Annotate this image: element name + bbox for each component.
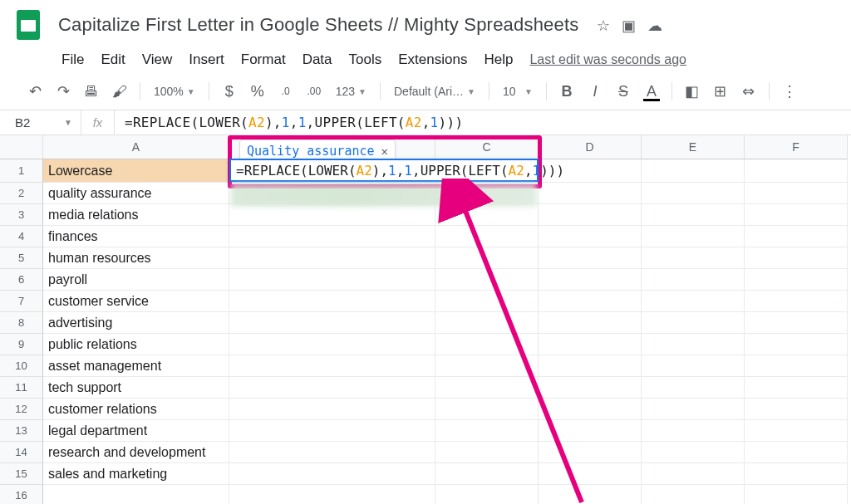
cell-C7[interactable] <box>435 291 539 312</box>
autocomplete-suggestion[interactable] <box>231 183 537 207</box>
cell-C10[interactable] <box>435 355 539 377</box>
last-edit-link[interactable]: Last edit was seconds ago <box>529 52 686 67</box>
italic-button[interactable]: I <box>583 80 607 103</box>
cell-D6[interactable] <box>539 269 642 291</box>
cell-C8[interactable] <box>435 312 539 334</box>
menu-view[interactable]: View <box>135 48 180 71</box>
cell-A2[interactable]: quality assurance <box>43 183 229 204</box>
cell-A12[interactable]: customer relations <box>43 399 229 420</box>
cell-E14[interactable] <box>642 442 745 463</box>
row-header[interactable]: 12 <box>0 399 43 420</box>
cell-F9[interactable] <box>745 334 848 355</box>
cell-F2[interactable] <box>745 183 848 204</box>
cell-B13[interactable] <box>229 420 435 442</box>
cell-F5[interactable] <box>745 247 848 269</box>
star-icon[interactable]: ☆ <box>597 17 610 35</box>
cell-F14[interactable] <box>745 442 848 463</box>
row-header[interactable]: 1 <box>0 159 43 183</box>
cell-E7[interactable] <box>642 291 745 312</box>
menu-extensions[interactable]: Extensions <box>391 48 474 71</box>
cell-E12[interactable] <box>642 399 745 420</box>
cell-A6[interactable]: payroll <box>43 269 229 291</box>
print-button[interactable]: 🖶 <box>80 80 103 103</box>
row-header[interactable]: 8 <box>0 312 43 334</box>
cell-F10[interactable] <box>745 355 848 377</box>
cell-E16[interactable] <box>642 485 745 504</box>
cell-editor[interactable]: =REPLACE(LOWER(A2),1,1,UPPER(LEFT(A2,1))… <box>229 159 539 182</box>
cell-A11[interactable]: tech support <box>43 377 229 399</box>
cell-A8[interactable]: advertising <box>43 312 229 334</box>
close-icon[interactable]: ✕ <box>381 144 388 158</box>
cell-E10[interactable] <box>642 355 745 377</box>
cell-B12[interactable] <box>229 399 435 420</box>
row-header[interactable]: 4 <box>0 226 43 247</box>
row-header[interactable]: 5 <box>0 247 43 269</box>
cell-A16[interactable] <box>43 485 229 504</box>
cell-B11[interactable] <box>229 377 435 399</box>
formula-input[interactable]: =REPLACE(LOWER(A2),1,1,UPPER(LEFT(A2,1))… <box>115 110 851 135</box>
cell-C14[interactable] <box>435 442 539 463</box>
increase-decimal-button[interactable]: .00 <box>303 80 326 103</box>
menu-data[interactable]: Data <box>296 48 339 71</box>
cell-B7[interactable] <box>229 291 435 312</box>
cell-F1[interactable] <box>745 159 848 183</box>
cell-F16[interactable] <box>745 485 848 504</box>
col-header-D[interactable]: D <box>539 135 642 159</box>
row-header[interactable]: 3 <box>0 204 43 226</box>
cell-D12[interactable] <box>539 399 642 420</box>
row-header[interactable]: 13 <box>0 420 43 442</box>
merge-button[interactable]: ⇔ <box>737 80 760 103</box>
cell-E13[interactable] <box>642 420 745 442</box>
menu-help[interactable]: Help <box>477 48 519 71</box>
undo-button[interactable]: ↶ <box>23 80 47 103</box>
move-icon[interactable]: ▣ <box>622 17 636 35</box>
decrease-decimal-button[interactable]: .0 <box>274 80 298 103</box>
cell-D14[interactable] <box>539 442 642 463</box>
cell-D7[interactable] <box>539 291 642 312</box>
cell-A13[interactable]: legal department <box>43 420 229 442</box>
cell-A14[interactable]: research and development <box>43 442 229 463</box>
strikethrough-button[interactable]: S <box>612 80 635 103</box>
cell-C3[interactable] <box>435 204 539 226</box>
cell-C4[interactable] <box>435 226 539 247</box>
cell-C6[interactable] <box>435 269 539 291</box>
cell-B4[interactable] <box>229 226 435 247</box>
percent-button[interactable]: % <box>246 80 269 103</box>
cell-C12[interactable] <box>435 399 539 420</box>
cell-A1[interactable]: Lowercase <box>43 159 229 183</box>
cell-F6[interactable] <box>745 269 848 291</box>
cell-D9[interactable] <box>539 334 642 355</box>
cell-A7[interactable]: customer service <box>43 291 229 312</box>
row-header[interactable]: 11 <box>0 377 43 399</box>
cell-D5[interactable] <box>539 247 642 269</box>
cell-D11[interactable] <box>539 377 642 399</box>
select-all-corner[interactable] <box>0 135 43 159</box>
cell-D4[interactable] <box>539 226 642 247</box>
cell-E5[interactable] <box>642 247 745 269</box>
more-button[interactable]: ⋮ <box>778 80 801 103</box>
cell-F8[interactable] <box>745 312 848 334</box>
row-header[interactable]: 9 <box>0 334 43 355</box>
number-format-select[interactable]: 123▼ <box>331 80 371 103</box>
cell-F4[interactable] <box>745 226 848 247</box>
borders-button[interactable]: ⊞ <box>709 80 732 103</box>
cell-C5[interactable] <box>435 247 539 269</box>
cell-E1[interactable] <box>642 159 745 183</box>
font-family-select[interactable]: Default (Ari…▼ <box>389 80 480 103</box>
cell-E3[interactable] <box>642 204 745 226</box>
cell-E6[interactable] <box>642 269 745 291</box>
cell-E15[interactable] <box>642 463 745 485</box>
text-color-button[interactable]: A <box>640 80 663 103</box>
font-size-select[interactable]: 10▼ <box>498 80 538 103</box>
redo-button[interactable]: ↷ <box>52 80 75 103</box>
cloud-icon[interactable]: ☁ <box>647 17 662 35</box>
cell-E9[interactable] <box>642 334 745 355</box>
cell-D2[interactable] <box>539 183 642 204</box>
row-header[interactable]: 2 <box>0 183 43 204</box>
cell-D13[interactable] <box>539 420 642 442</box>
name-box[interactable]: B2▼ <box>0 110 81 135</box>
cell-A4[interactable]: finances <box>43 226 229 247</box>
row-header[interactable]: 15 <box>0 463 43 485</box>
cell-F12[interactable] <box>745 399 848 420</box>
col-header-E[interactable]: E <box>642 135 745 159</box>
